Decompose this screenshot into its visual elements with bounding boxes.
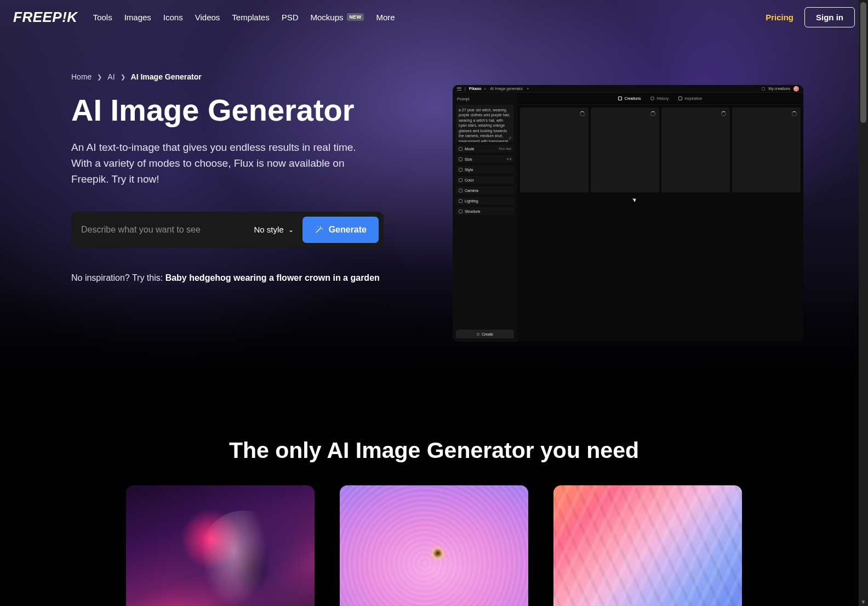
tab-label: Creations <box>624 97 641 100</box>
avatar[interactable] <box>793 86 799 92</box>
side-row-lighting[interactable]: Lighting <box>456 197 514 205</box>
prompt-textarea[interactable]: a 27 year old witch, wearing purple clot… <box>456 105 514 142</box>
prompt-label: Prompt <box>457 97 514 101</box>
side-row-color[interactable]: Color <box>456 176 514 184</box>
card-row <box>0 485 868 606</box>
side-row-label: Color <box>465 178 474 182</box>
crumb-ai[interactable]: AI <box>107 72 115 81</box>
chevron-down-icon: ⌄ <box>288 226 294 234</box>
example-card-feathers[interactable] <box>553 485 742 606</box>
nav-mockups-label: Mockups <box>311 13 344 22</box>
lighting-icon <box>459 199 462 203</box>
nav-links: Tools Images Icons Videos Templates PSD … <box>93 13 395 22</box>
tab-label: History <box>656 97 669 100</box>
spinner-icon <box>792 111 797 116</box>
suggestion-link[interactable]: Baby hedgehog wearing a flower crown in … <box>165 273 380 282</box>
generation-cell[interactable] <box>520 107 589 192</box>
nav-tools[interactable]: Tools <box>93 13 112 22</box>
hamburger-icon[interactable] <box>457 87 461 90</box>
structure-icon <box>459 209 462 213</box>
generate-button-label: Generate <box>329 225 367 235</box>
mode-icon <box>459 147 462 151</box>
crumb-current: AI Image Generator <box>131 72 202 81</box>
nav-icons[interactable]: Icons <box>163 13 183 22</box>
side-row-label: Camera <box>465 189 478 192</box>
side-row-value: 4:3 <box>507 157 511 161</box>
nav-images[interactable]: Images <box>124 13 151 22</box>
spinner-icon <box>721 111 726 116</box>
tab-creations[interactable]: Creations <box>618 97 641 100</box>
create-button[interactable]: Create <box>456 330 514 338</box>
create-button-label: Create <box>482 332 493 336</box>
style-select[interactable]: No style ⌄ <box>245 225 302 234</box>
top-nav: FREEP!K Tools Images Icons Videos Templa… <box>0 0 868 34</box>
grid-icon[interactable] <box>762 87 765 90</box>
example-card-snake[interactable] <box>340 485 528 606</box>
prompt-input[interactable] <box>81 225 245 235</box>
scroll-down-icon[interactable]: ▼ <box>859 597 868 606</box>
nav-psd[interactable]: PSD <box>282 13 299 22</box>
prompt-bar: No style ⌄ Generate <box>71 212 384 248</box>
cursor-icon <box>633 197 638 203</box>
app-side-panel: Prompt a 27 year old witch, wearing purp… <box>453 93 517 342</box>
expand-icon[interactable]: ⤢ <box>509 135 512 140</box>
side-row-value: Flux fast <box>499 147 511 150</box>
signin-button[interactable]: Sign in <box>804 7 855 27</box>
nav-more[interactable]: More <box>376 13 395 22</box>
spinner-icon <box>650 111 655 116</box>
side-row-label: Lighting <box>465 199 478 203</box>
chevron-down-icon[interactable]: ▼ <box>526 87 529 90</box>
app-preview: | Pikaso ▸ AI Image generator ▼ My creat… <box>453 85 803 342</box>
tab-inspiration[interactable]: Inspiration <box>678 97 702 100</box>
bulb-icon <box>678 97 682 100</box>
chevron-right-icon: ❯ <box>121 73 125 81</box>
generation-grid <box>517 105 803 195</box>
my-creations-link[interactable]: My creations <box>768 87 790 90</box>
page-subtitle: An AI text-to-image that gives you endle… <box>71 139 378 188</box>
side-row-label: Mode <box>465 147 475 151</box>
generation-cell[interactable] <box>591 107 659 192</box>
nav-templates[interactable]: Templates <box>232 13 269 22</box>
color-icon <box>459 178 462 182</box>
grid-icon <box>618 97 622 100</box>
tab-history[interactable]: History <box>650 97 669 100</box>
style-icon <box>459 168 462 172</box>
generation-cell[interactable] <box>732 107 801 192</box>
side-row-camera[interactable]: Camera <box>456 186 514 194</box>
nav-videos[interactable]: Videos <box>195 13 220 22</box>
logo[interactable]: FREEP!K <box>13 9 78 26</box>
generation-cell[interactable] <box>661 107 730 192</box>
section-only-generator: The only AI Image Generator you need <box>0 428 868 606</box>
crumb-home[interactable]: Home <box>71 72 92 81</box>
pricing-link[interactable]: Pricing <box>766 13 793 22</box>
example-card-cyborg[interactable] <box>126 485 315 606</box>
tab-label: Inspiration <box>684 97 702 100</box>
side-row-structure[interactable]: Structure <box>456 207 514 215</box>
app-top-bar: | Pikaso ▸ AI Image generator ▼ My creat… <box>453 85 803 93</box>
side-row-label: Size <box>465 157 472 161</box>
section-title: The only AI Image Generator you need <box>0 438 868 463</box>
badge-new: NEW <box>347 13 364 21</box>
chevron-right-icon: ❯ <box>97 73 102 81</box>
suggestion-lead: No inspiration? Try this: <box>71 273 165 282</box>
breadcrumb: Home ❯ AI ❯ AI Image Generator <box>71 72 400 81</box>
sparkle-icon <box>477 333 479 336</box>
app-tabs: Creations History Inspiration <box>517 93 803 105</box>
nav-mockups[interactable]: Mockups NEW <box>311 13 364 22</box>
side-row-size[interactable]: Size 4:3 <box>456 155 514 163</box>
suggestion-line: No inspiration? Try this: Baby hedgehog … <box>71 273 400 283</box>
side-row-label: Style <box>465 168 473 172</box>
side-row-style[interactable]: Style <box>456 166 514 173</box>
side-row-mode[interactable]: Mode Flux fast <box>456 145 514 152</box>
style-select-label: No style <box>254 225 283 234</box>
generate-button[interactable]: Generate <box>302 217 379 243</box>
app-crumb[interactable]: AI Image generator <box>490 87 523 90</box>
camera-icon <box>459 189 462 192</box>
clock-icon <box>650 97 654 100</box>
size-icon <box>459 157 462 161</box>
page-title: AI Image Generator <box>71 93 400 127</box>
app-brand[interactable]: Pikaso <box>469 87 482 90</box>
spinner-icon <box>580 111 585 116</box>
prompt-text: a 27 year old witch, wearing purple clot… <box>459 108 510 142</box>
wand-icon <box>315 225 323 234</box>
